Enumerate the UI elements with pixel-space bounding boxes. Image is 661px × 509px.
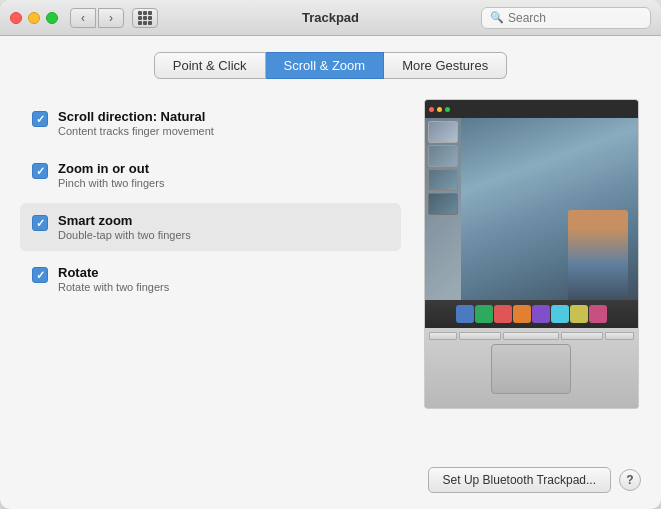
grid-view-button[interactable] (132, 8, 158, 28)
dock-icon-5 (532, 305, 550, 323)
checkmark-icon: ✓ (36, 270, 45, 281)
close-button[interactable] (10, 12, 22, 24)
preview-keyboard-area (425, 328, 638, 408)
search-icon: 🔍 (490, 11, 504, 24)
setting-smart-zoom-desc: Double-tap with two fingers (58, 229, 191, 241)
minimize-button[interactable] (28, 12, 40, 24)
checkbox-rotate[interactable]: ✓ (32, 267, 48, 283)
preview-maximize-dot (445, 107, 450, 112)
search-input[interactable] (508, 11, 638, 25)
dock-icon-7 (570, 305, 588, 323)
preview-main-photo (461, 118, 638, 300)
window: ‹ › Trackpad 🔍 Point & Click Scroll & Zo… (0, 0, 661, 509)
preview-container (421, 99, 641, 455)
preview-minimize-dot (437, 107, 442, 112)
setting-zoom-in-out-text: Zoom in or out Pinch with two fingers (58, 161, 164, 189)
preview-screen (425, 100, 638, 408)
setting-scroll-direction-desc: Content tracks finger movement (58, 125, 214, 137)
setting-scroll-direction-title: Scroll direction: Natural (58, 109, 214, 124)
forward-icon: › (109, 11, 113, 25)
setting-zoom-in-out-desc: Pinch with two fingers (58, 177, 164, 189)
dock-icon-4 (513, 305, 531, 323)
back-button[interactable]: ‹ (70, 8, 96, 28)
tab-more-gestures[interactable]: More Gestures (384, 52, 507, 79)
setting-smart-zoom: ✓ Smart zoom Double-tap with two fingers (20, 203, 401, 251)
main-panel: ✓ Scroll direction: Natural Content trac… (20, 99, 641, 455)
checkmark-icon: ✓ (36, 166, 45, 177)
setting-zoom-in-out: ✓ Zoom in or out Pinch with two fingers (20, 151, 401, 199)
checkmark-icon: ✓ (36, 114, 45, 125)
dock-icon-6 (551, 305, 569, 323)
settings-list: ✓ Scroll direction: Natural Content trac… (20, 99, 401, 455)
checkbox-scroll-direction[interactable]: ✓ (32, 111, 48, 127)
setting-rotate-title: Rotate (58, 265, 169, 280)
setting-smart-zoom-text: Smart zoom Double-tap with two fingers (58, 213, 191, 241)
key-option-right (605, 332, 634, 340)
preview-person-figure (568, 210, 628, 300)
dock-icon-1 (456, 305, 474, 323)
bottom-bar: Set Up Bluetooth Trackpad... ? (20, 455, 641, 493)
forward-button[interactable]: › (98, 8, 124, 28)
content-area: Point & Click Scroll & Zoom More Gesture… (0, 36, 661, 509)
checkbox-zoom-in-out[interactable]: ✓ (32, 163, 48, 179)
setting-rotate-desc: Rotate with two fingers (58, 281, 169, 293)
checkbox-smart-zoom[interactable]: ✓ (32, 215, 48, 231)
nav-buttons: ‹ › (70, 8, 124, 28)
setup-bluetooth-button[interactable]: Set Up Bluetooth Trackpad... (428, 467, 611, 493)
tab-scroll-zoom[interactable]: Scroll & Zoom (266, 52, 385, 79)
tab-point-click[interactable]: Point & Click (154, 52, 266, 79)
checkmark-icon: ✓ (36, 218, 45, 229)
preview-thumb-1 (428, 121, 458, 143)
back-icon: ‹ (81, 11, 85, 25)
preview-sidebar (425, 118, 461, 300)
grid-icon (138, 11, 152, 25)
setting-scroll-direction-text: Scroll direction: Natural Content tracks… (58, 109, 214, 137)
preview-image (424, 99, 639, 409)
preview-close-dot (429, 107, 434, 112)
dock-icon-8 (589, 305, 607, 323)
trackpad (491, 344, 571, 394)
setting-rotate: ✓ Rotate Rotate with two fingers (20, 255, 401, 303)
setting-rotate-text: Rotate Rotate with two fingers (58, 265, 169, 293)
traffic-lights (10, 12, 58, 24)
key-option-left (429, 332, 458, 340)
preview-thumb-3 (428, 169, 458, 191)
trackpad-wrapper (429, 344, 634, 394)
preview-thumb-2 (428, 145, 458, 167)
key-space (503, 332, 558, 340)
keyboard-row-1 (429, 332, 634, 340)
search-box[interactable]: 🔍 (481, 7, 651, 29)
tab-bar: Point & Click Scroll & Zoom More Gesture… (20, 52, 641, 79)
titlebar: ‹ › Trackpad 🔍 (0, 0, 661, 36)
preview-dock-area (425, 300, 638, 328)
setting-scroll-direction: ✓ Scroll direction: Natural Content trac… (20, 99, 401, 147)
dock-icon-3 (494, 305, 512, 323)
setting-smart-zoom-title: Smart zoom (58, 213, 191, 228)
preview-thumb-4 (428, 193, 458, 215)
window-title: Trackpad (302, 10, 359, 25)
key-command-left (459, 332, 501, 340)
setting-zoom-in-out-title: Zoom in or out (58, 161, 164, 176)
dock-icon-2 (475, 305, 493, 323)
preview-content-area (425, 118, 638, 300)
help-button[interactable]: ? (619, 469, 641, 491)
maximize-button[interactable] (46, 12, 58, 24)
key-command-right (561, 332, 603, 340)
preview-top-bar (425, 100, 638, 118)
